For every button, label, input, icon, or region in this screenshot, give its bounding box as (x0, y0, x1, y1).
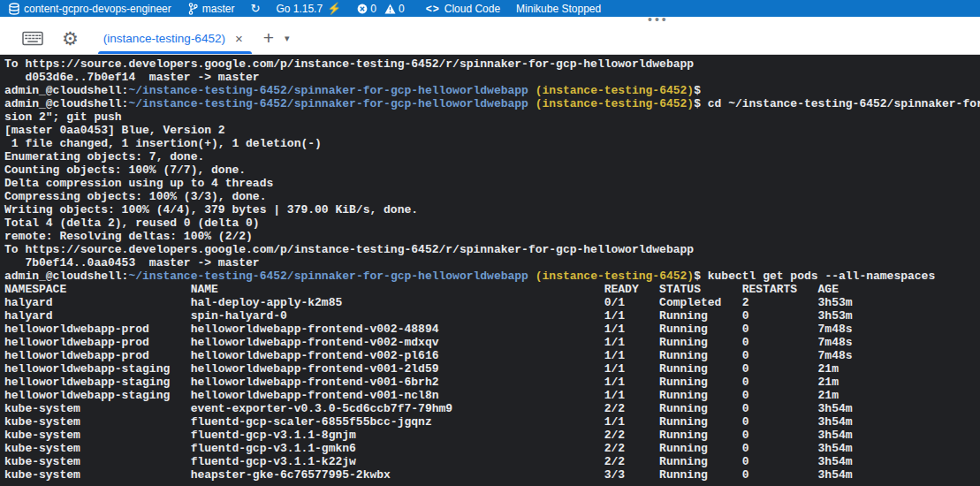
go-version-label: Go 1.15.7 (276, 3, 323, 15)
terminal-line: 1 file changed, 1 insertion(+), 1 deleti… (4, 137, 980, 150)
minikube-status-label: Minikube Stopped (516, 3, 601, 15)
active-tab-underline (98, 51, 252, 54)
git-branch-icon (187, 3, 198, 15)
terminal-panel-header: ••• ⚙ (instance-testing-6452) × + ▾ (0, 17, 980, 55)
terminal-line: kube-system heapster-gke-6c76577995-2kwb… (4, 468, 980, 482)
git-branch-name: master (202, 3, 235, 15)
terminal-output[interactable]: To https://source.developers.google.com/… (0, 55, 980, 486)
git-branch-indicator[interactable]: master (187, 3, 235, 15)
warning-triangle-icon (384, 4, 396, 14)
new-tab-button[interactable]: + (263, 27, 274, 49)
terminal-line: Compressing objects: 100% (3/3), done. (4, 190, 980, 203)
terminal-line: helloworldwebapp-staging helloworldwebap… (4, 362, 980, 376)
terminal-line: helloworldwebapp-prod helloworldwebapp-f… (4, 336, 980, 349)
tab-instance-testing-6452[interactable]: (instance-testing-6452) × (98, 22, 252, 54)
terminal-line: [master 0aa0453] Blue, Version 2 (4, 124, 980, 137)
terminal-line: d053d6e..7b0ef14 master -> master (4, 71, 980, 84)
tab-label: (instance-testing-6452) (103, 32, 225, 45)
terminal-line: helloworldwebapp-staging helloworldwebap… (4, 376, 980, 389)
terminal-line: Writing objects: 100% (4/4), 379 bytes |… (4, 203, 980, 216)
terminal-line: kube-system event-exporter-v0.3.0-5cd6cc… (4, 402, 980, 415)
terminal-line: remote: Resolving deltas: 100% (2/2) (4, 230, 980, 243)
terminal-line: Enumerating objects: 7, done. (4, 150, 980, 163)
top-status-bar: content-gcpro-devops-engineer master ↻ G… (0, 0, 980, 17)
warning-count: 0 (399, 3, 405, 15)
terminal-line: admin_@cloudshell:~/instance-testing-645… (4, 84, 980, 97)
terminal-line: helloworldwebapp-staging helloworldwebap… (4, 389, 980, 402)
tab-options-caret-icon[interactable]: ▾ (285, 33, 290, 44)
go-version-indicator[interactable]: Go 1.15.7 ⚡ (276, 3, 341, 15)
terminal-line: sion 2"; git push (4, 110, 980, 124)
terminal-line: kube-system fluentd-gcp-v3.1.1-gmkn6 2/2… (4, 442, 980, 455)
settings-gear-icon[interactable]: ⚙ (62, 29, 79, 48)
terminal-line: To https://source.developers.google.com/… (4, 243, 980, 256)
lightning-icon: ⚡ (327, 3, 341, 14)
terminal-line: kube-system fluentd-gcp-scaler-6855f55bc… (4, 415, 980, 429)
minikube-status[interactable]: Minikube Stopped (516, 3, 601, 15)
terminal-line: To https://source.developers.google.com/… (4, 57, 980, 71)
terminal-line: halyard hal-deploy-apply-k2m85 0/1 Compl… (4, 296, 980, 309)
code-brackets-icon: <> (426, 3, 440, 15)
terminal-line: Delta compression using up to 4 threads (4, 177, 980, 190)
cloud-code-indicator[interactable]: <> Cloud Code (426, 3, 500, 15)
terminal-line: helloworldwebapp-prod helloworldwebapp-f… (4, 323, 980, 336)
terminal-tab-bar: ⚙ (instance-testing-6452) × + ▾ (0, 22, 980, 54)
terminal-line: admin_@cloudshell:~/instance-testing-645… (4, 270, 980, 283)
terminal-line: kube-system fluentd-gcp-v3.1.1-8gnjm 2/2… (4, 429, 980, 442)
database-icon (9, 3, 19, 15)
project-selector[interactable]: content-gcpro-devops-engineer (9, 3, 171, 15)
terminal-line: admin_@cloudshell:~/instance-testing-645… (4, 97, 980, 110)
problems-indicator[interactable]: 0 0 (357, 3, 409, 15)
cloud-code-label: Cloud Code (444, 3, 500, 15)
terminal-line: 7b0ef14..0aa0453 master -> master (4, 256, 980, 270)
terminal-line: Counting objects: 100% (7/7), done. (4, 163, 980, 177)
error-circle-icon (357, 4, 368, 14)
terminal-line: helloworldwebapp-prod helloworldwebapp-f… (4, 349, 980, 362)
sync-button[interactable]: ↻ (250, 3, 260, 14)
terminal-line: kube-system fluentd-gcp-v3.1.1-k22jw 2/2… (4, 455, 980, 468)
tab-close-icon[interactable]: × (235, 32, 243, 45)
error-count: 0 (370, 3, 376, 15)
project-name: content-gcpro-devops-engineer (24, 3, 171, 15)
sync-icon: ↻ (250, 3, 260, 14)
keyboard-icon[interactable] (22, 31, 43, 46)
terminal-line: Total 4 (delta 2), reused 0 (delta 0) (4, 216, 980, 230)
terminal-line: halyard spin-halyard-0 1/1 Running 0 3h5… (4, 309, 980, 323)
terminal-line: NAMESPACE NAME READY STATUS RESTARTS AGE (4, 283, 980, 296)
